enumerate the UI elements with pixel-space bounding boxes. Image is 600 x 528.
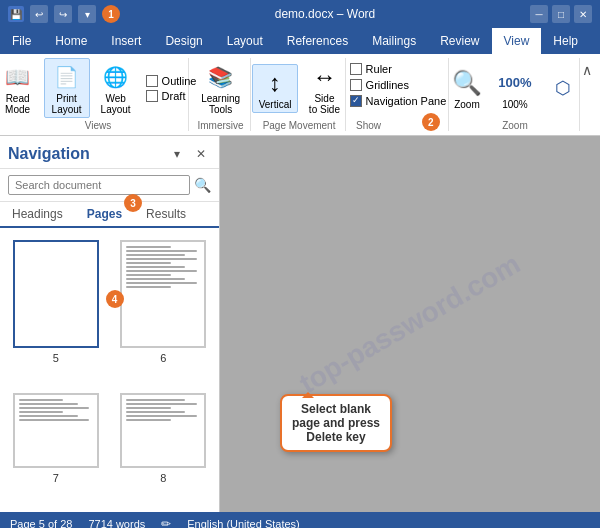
side-to-side-btn[interactable]: ↔ Sideto Side [302,59,346,117]
zoom-more-icon: ⬡ [547,72,579,104]
document-area: top-password.com Select blankpage and pr… [220,136,600,512]
line [126,278,185,280]
watermark: top-password.com [294,248,526,400]
zoom-more-btn[interactable]: ⬡ [541,70,585,106]
line [126,411,185,413]
gridlines-label: Gridlines [366,79,409,91]
tab-references[interactable]: References [275,28,360,54]
undo-btn[interactable]: ↩ [30,5,48,23]
badge-2: 2 [422,113,440,131]
ruler-btn[interactable]: Ruler [346,62,451,76]
callout-bubble: Select blankpage and pressDelete key [280,394,392,452]
web-layout-icon: 🌐 [100,61,132,93]
ribbon-tabs: File Home Insert Design Layout Reference… [0,28,600,54]
nav-close-btn[interactable]: ✕ [191,144,211,164]
tab-home[interactable]: Home [43,28,99,54]
edit-mode-icon[interactable]: ✏ [161,517,171,528]
web-layout-btn[interactable]: 🌐 WebLayout [94,59,138,117]
page-label-8: 8 [160,472,166,484]
outline-checkbox [146,75,158,87]
tab-pages[interactable]: Pages 3 [75,202,134,228]
line [126,250,196,252]
close-btn[interactable]: ✕ [574,5,592,23]
vertical-btn[interactable]: ↕ Vertical [252,64,299,113]
page-thumb-5[interactable]: 5 [8,240,104,381]
line [126,246,170,248]
tab-help[interactable]: Help [541,28,590,54]
word-count: 7714 words [88,518,145,528]
page-lines-8 [126,399,200,421]
line [126,282,196,284]
tab-mailings[interactable]: Mailings [360,28,428,54]
gridlines-checkbox [350,79,362,91]
nav-minimize-btn[interactable]: ▾ [167,144,187,164]
page-movement-buttons: ↕ Vertical ↔ Sideto Side [252,58,347,118]
search-button[interactable]: 🔍 [194,177,211,193]
ribbon-content: 📖 ReadMode 📄 PrintLayout 🌐 WebLayout Out… [0,54,600,136]
page-img-8 [120,393,206,468]
redo-btn[interactable]: ↪ [54,5,72,23]
main-area: Navigation ▾ ✕ 🔍 Headings Pages 3 Result… [0,136,600,512]
zoom-icon: 🔍 [451,67,483,99]
page-lines-6 [126,246,200,288]
line [126,286,170,288]
pages-grid: 5 [0,228,219,512]
zoom-btn[interactable]: 🔍 Zoom [445,65,489,112]
tab-insert[interactable]: Insert [99,28,153,54]
zoom-buttons: 🔍 Zoom 100% 100% ⬡ [445,58,585,118]
line [19,399,63,401]
tab-file[interactable]: File [0,28,43,54]
zoom-100-label: 100% [502,99,528,110]
maximize-btn[interactable]: □ [552,5,570,23]
zoom-group-label: Zoom [502,118,528,131]
search-input[interactable] [8,175,190,195]
tab-headings[interactable]: Headings [0,202,75,226]
show-group-label: Show [356,118,381,131]
collapse-ribbon-btn[interactable]: ∧ [582,58,592,131]
page-thumb-7[interactable]: 7 [8,393,104,501]
read-mode-btn[interactable]: 📖 ReadMode [0,59,40,117]
print-layout-label: PrintLayout [52,93,82,115]
line [126,399,185,401]
callout-text: Select blankpage and pressDelete key [292,402,380,444]
vertical-label: Vertical [259,99,292,110]
line [126,407,170,409]
title-bar-right: ─ □ ✕ [530,5,592,23]
print-layout-btn[interactable]: 📄 PrintLayout [44,58,90,118]
nav-pane-label: Navigation Pane [366,95,447,107]
page-lines-7 [19,399,93,421]
save-icon[interactable]: 💾 [8,6,24,22]
side-to-side-label: Sideto Side [309,93,340,115]
line [126,262,170,264]
tab-review[interactable]: Review [428,28,491,54]
views-group: 📖 ReadMode 📄 PrintLayout 🌐 WebLayout Out… [8,58,189,131]
learning-tools-label: LearningTools [201,93,240,115]
line [126,254,185,256]
show-buttons: Ruler Gridlines Navigation Pane [346,58,451,111]
views-group-label: Views [85,118,112,131]
line [126,274,170,276]
immersive-group-label: Immersive [198,118,244,131]
learning-tools-btn[interactable]: 📚 LearningTools [195,59,246,117]
nav-tabs: Headings Pages 3 Results [0,202,219,228]
learning-tools-icon: 📚 [205,61,237,93]
tab-design[interactable]: Design [153,28,214,54]
gridlines-btn[interactable]: Gridlines [346,78,451,92]
web-layout-label: WebLayout [101,93,131,115]
tab-layout[interactable]: Layout [215,28,275,54]
draft-checkbox [146,90,158,102]
page-thumb-6[interactable]: 6 4 [116,240,212,381]
zoom-100-btn[interactable]: 100% 100% [493,65,537,112]
line [19,419,89,421]
tab-results[interactable]: Results [134,202,198,226]
minimize-btn[interactable]: ─ [530,5,548,23]
draft-label: Draft [162,90,186,102]
zoom-label: Zoom [454,99,480,110]
search-area: 🔍 [0,169,219,202]
page-thumb-8[interactable]: 8 [116,393,212,501]
line [19,403,78,405]
tab-view[interactable]: View [492,28,542,54]
nav-pane-btn[interactable]: Navigation Pane [346,94,451,108]
line [126,415,196,417]
customize-btn[interactable]: ▾ [78,5,96,23]
